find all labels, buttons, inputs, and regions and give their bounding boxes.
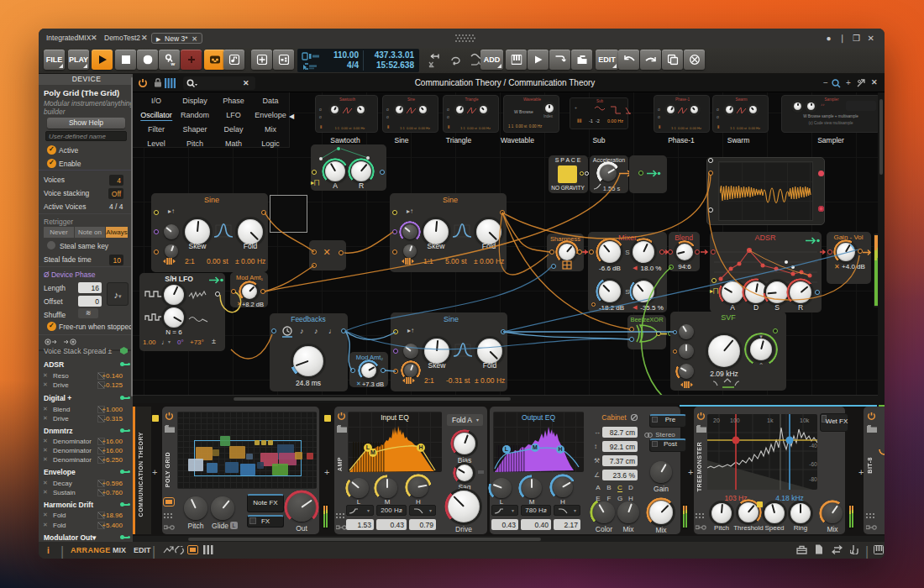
svg-text:w: w	[170, 61, 175, 66]
